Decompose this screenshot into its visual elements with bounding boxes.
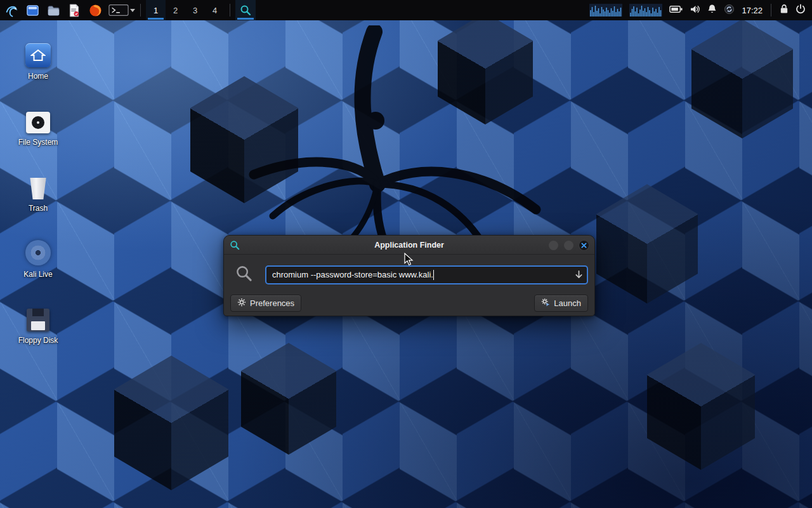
updates-icon[interactable] xyxy=(724,4,735,17)
top-panel: 1 2 3 4 17:22 xyxy=(0,0,812,20)
lock-icon[interactable] xyxy=(780,4,789,17)
panel-separator xyxy=(771,4,771,17)
decor-cube xyxy=(647,343,755,470)
file-system-icon xyxy=(26,112,50,133)
gear-icon xyxy=(237,298,246,309)
trash-icon xyxy=(29,178,48,199)
desktop-icon-trash[interactable]: Trash xyxy=(5,170,71,213)
preferences-button[interactable]: Preferences xyxy=(230,295,301,312)
mouse-cursor xyxy=(404,253,414,269)
desktop-icon-label: Trash xyxy=(5,204,71,213)
decor-cube xyxy=(114,356,228,490)
maximize-button[interactable] xyxy=(564,241,573,250)
desktop-icon-floppy-disk[interactable]: Floppy Disk xyxy=(5,302,71,345)
command-input-wrap xyxy=(265,265,588,284)
window-icon xyxy=(230,240,240,253)
desktop-icon-label: Kali Live xyxy=(5,270,71,279)
power-icon[interactable] xyxy=(796,4,806,17)
command-input[interactable] xyxy=(265,265,588,284)
workspace-3[interactable]: 3 xyxy=(185,0,205,20)
notifications-bell-icon[interactable] xyxy=(707,4,717,17)
desktop-icon-kali-live[interactable]: Kali Live xyxy=(5,236,71,279)
close-button[interactable] xyxy=(579,241,589,250)
decor-cube xyxy=(241,343,336,455)
desktop-icon-file-system[interactable]: File System xyxy=(5,104,71,147)
text-editor-icon[interactable] xyxy=(67,3,82,18)
titlebar[interactable]: Application Finder xyxy=(224,236,594,255)
cd-disc-icon xyxy=(25,240,51,265)
dropdown-arrow-icon[interactable] xyxy=(574,270,584,282)
desktop-icon-label: File System xyxy=(5,138,71,147)
panel-separator xyxy=(230,4,230,17)
panel-separator xyxy=(140,4,141,17)
volume-icon[interactable] xyxy=(690,4,700,17)
terminal-dropdown-icon[interactable] xyxy=(130,9,135,12)
kali-menu-icon[interactable] xyxy=(4,3,19,18)
desktop-icon-home[interactable]: Home xyxy=(5,38,71,81)
firefox-icon[interactable] xyxy=(88,3,103,18)
battery-icon[interactable] xyxy=(669,4,683,16)
taskbar-application-finder[interactable] xyxy=(235,0,256,20)
workspace-4[interactable]: 4 xyxy=(205,0,225,20)
text-caret xyxy=(433,270,434,280)
panel-left-group xyxy=(0,3,135,18)
preferences-label: Preferences xyxy=(250,298,294,308)
floppy-disk-icon xyxy=(27,309,49,331)
launch-icon xyxy=(541,298,550,309)
system-graph-icon[interactable] xyxy=(589,4,622,17)
application-finder-window: Application Finder xyxy=(223,235,595,316)
launch-button[interactable]: Launch xyxy=(534,295,588,312)
file-manager-icon[interactable] xyxy=(25,3,40,18)
desktop-icon-label: Home xyxy=(5,72,71,81)
network-graph-icon[interactable] xyxy=(629,4,662,17)
terminal-launcher[interactable] xyxy=(108,4,135,17)
workspace-2[interactable]: 2 xyxy=(166,0,185,20)
workspace-1[interactable]: 1 xyxy=(146,0,166,20)
panel-right-group: 17:22 xyxy=(589,4,812,17)
files-folder-icon[interactable] xyxy=(46,3,61,18)
clock[interactable]: 17:22 xyxy=(742,6,763,15)
launch-label: Launch xyxy=(554,298,581,308)
workspace-switcher: 1 2 3 4 xyxy=(146,0,225,20)
desktop-icon-label: Floppy Disk xyxy=(5,336,71,345)
decor-cube xyxy=(691,19,793,138)
home-icon xyxy=(25,43,51,67)
window-title: Application Finder xyxy=(374,241,444,250)
minimize-button[interactable] xyxy=(549,241,558,250)
window-buttons xyxy=(549,236,589,255)
search-icon xyxy=(235,265,252,284)
